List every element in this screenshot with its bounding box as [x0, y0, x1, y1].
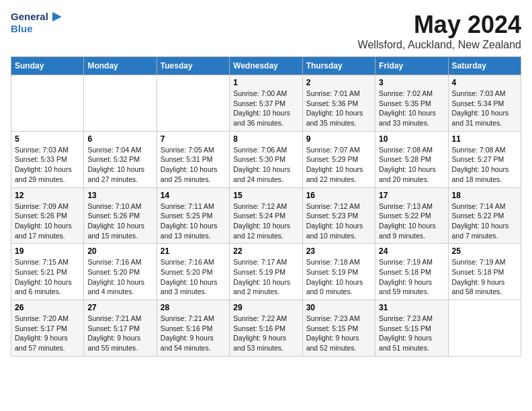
calendar-week-row: 26Sunrise: 7:20 AM Sunset: 5:17 PM Dayli…: [11, 300, 521, 357]
calendar-subtitle: Wellsford, Auckland, New Zealand: [358, 39, 521, 51]
day-number: 3: [379, 78, 444, 87]
calendar-cell: 17Sunrise: 7:13 AM Sunset: 5:22 PM Dayli…: [375, 187, 448, 244]
day-number: 6: [87, 134, 152, 144]
calendar-cell: 6Sunrise: 7:04 AM Sunset: 5:32 PM Daylig…: [84, 131, 157, 187]
calendar-cell: 3Sunrise: 7:02 AM Sunset: 5:35 PM Daylig…: [375, 75, 448, 132]
calendar-cell: 14Sunrise: 7:11 AM Sunset: 5:25 PM Dayli…: [157, 187, 229, 244]
day-number: 4: [452, 78, 517, 87]
calendar-cell: 24Sunrise: 7:19 AM Sunset: 5:18 PM Dayli…: [375, 244, 448, 300]
day-info: Sunrise: 7:04 AM Sunset: 5:32 PM Dayligh…: [87, 145, 152, 185]
calendar-cell: 15Sunrise: 7:12 AM Sunset: 5:24 PM Dayli…: [230, 187, 302, 244]
calendar-cell: 11Sunrise: 7:08 AM Sunset: 5:27 PM Dayli…: [448, 131, 521, 187]
weekday-header-tuesday: Tuesday: [157, 57, 229, 75]
calendar-cell: 18Sunrise: 7:14 AM Sunset: 5:22 PM Dayli…: [448, 187, 521, 244]
day-info: Sunrise: 7:12 AM Sunset: 5:24 PM Dayligh…: [233, 201, 298, 241]
logo-text: General Blue: [11, 11, 62, 34]
page-header: General Blue May 2024 Wellsford, Aucklan…: [11, 11, 521, 51]
day-number: 22: [233, 246, 298, 256]
weekday-header-monday: Monday: [84, 57, 157, 75]
day-info: Sunrise: 7:23 AM Sunset: 5:15 PM Dayligh…: [306, 314, 371, 353]
calendar-cell: 16Sunrise: 7:12 AM Sunset: 5:23 PM Dayli…: [302, 187, 375, 244]
calendar-cell: 10Sunrise: 7:08 AM Sunset: 5:28 PM Dayli…: [375, 131, 448, 187]
weekday-header-friday: Friday: [375, 57, 448, 75]
day-info: Sunrise: 7:08 AM Sunset: 5:27 PM Dayligh…: [452, 145, 517, 185]
day-number: 2: [306, 78, 371, 87]
day-info: Sunrise: 7:11 AM Sunset: 5:25 PM Dayligh…: [161, 201, 226, 241]
day-number: 5: [15, 134, 80, 144]
day-number: 12: [15, 191, 80, 200]
calendar-cell: 28Sunrise: 7:21 AM Sunset: 5:16 PM Dayli…: [157, 300, 229, 357]
logo-arrow-icon: [50, 11, 62, 23]
calendar-cell: 13Sunrise: 7:10 AM Sunset: 5:26 PM Dayli…: [84, 187, 157, 244]
calendar-cell: 31Sunrise: 7:23 AM Sunset: 5:15 PM Dayli…: [375, 300, 448, 357]
day-number: 21: [161, 246, 226, 256]
day-number: 26: [15, 303, 80, 312]
calendar-cell: 8Sunrise: 7:06 AM Sunset: 5:30 PM Daylig…: [230, 131, 302, 187]
day-number: 27: [87, 303, 152, 312]
calendar-week-row: 5Sunrise: 7:03 AM Sunset: 5:33 PM Daylig…: [11, 131, 521, 187]
day-number: 1: [233, 78, 298, 87]
day-info: Sunrise: 7:23 AM Sunset: 5:15 PM Dayligh…: [379, 314, 444, 353]
day-number: 7: [161, 134, 226, 144]
day-number: 24: [379, 246, 444, 256]
calendar-cell: 27Sunrise: 7:21 AM Sunset: 5:17 PM Dayli…: [84, 300, 157, 357]
day-info: Sunrise: 7:21 AM Sunset: 5:17 PM Dayligh…: [87, 314, 152, 353]
calendar-cell: 12Sunrise: 7:09 AM Sunset: 5:26 PM Dayli…: [11, 187, 84, 244]
calendar-cell: 30Sunrise: 7:23 AM Sunset: 5:15 PM Dayli…: [302, 300, 375, 357]
calendar-cell: 1Sunrise: 7:00 AM Sunset: 5:37 PM Daylig…: [230, 75, 302, 132]
day-number: 31: [379, 303, 444, 312]
day-info: Sunrise: 7:06 AM Sunset: 5:30 PM Dayligh…: [233, 145, 298, 185]
calendar-cell: 20Sunrise: 7:16 AM Sunset: 5:20 PM Dayli…: [84, 244, 157, 300]
calendar-table: SundayMondayTuesdayWednesdayThursdayFrid…: [11, 56, 521, 357]
day-info: Sunrise: 7:20 AM Sunset: 5:17 PM Dayligh…: [15, 314, 80, 353]
calendar-cell: 7Sunrise: 7:05 AM Sunset: 5:31 PM Daylig…: [157, 131, 229, 187]
day-number: 30: [306, 303, 371, 312]
calendar-cell: 25Sunrise: 7:19 AM Sunset: 5:18 PM Dayli…: [448, 244, 521, 300]
day-info: Sunrise: 7:00 AM Sunset: 5:37 PM Dayligh…: [233, 89, 298, 128]
calendar-cell: 5Sunrise: 7:03 AM Sunset: 5:33 PM Daylig…: [11, 131, 84, 187]
day-info: Sunrise: 7:21 AM Sunset: 5:16 PM Dayligh…: [161, 314, 226, 353]
calendar-cell: 4Sunrise: 7:03 AM Sunset: 5:34 PM Daylig…: [448, 75, 521, 132]
day-info: Sunrise: 7:08 AM Sunset: 5:28 PM Dayligh…: [379, 145, 444, 185]
day-number: 10: [379, 134, 444, 144]
calendar-cell: 23Sunrise: 7:18 AM Sunset: 5:19 PM Dayli…: [302, 244, 375, 300]
day-number: 25: [452, 246, 517, 256]
day-number: 8: [233, 134, 298, 144]
day-info: Sunrise: 7:16 AM Sunset: 5:20 PM Dayligh…: [87, 257, 152, 297]
day-number: 15: [233, 191, 298, 200]
calendar-week-row: 19Sunrise: 7:15 AM Sunset: 5:21 PM Dayli…: [11, 244, 521, 300]
day-info: Sunrise: 7:12 AM Sunset: 5:23 PM Dayligh…: [306, 201, 371, 241]
day-info: Sunrise: 7:15 AM Sunset: 5:21 PM Dayligh…: [15, 257, 80, 297]
day-info: Sunrise: 7:17 AM Sunset: 5:19 PM Dayligh…: [233, 257, 298, 297]
calendar-cell: 2Sunrise: 7:01 AM Sunset: 5:36 PM Daylig…: [302, 75, 375, 132]
calendar-week-row: 12Sunrise: 7:09 AM Sunset: 5:26 PM Dayli…: [11, 187, 521, 244]
day-info: Sunrise: 7:16 AM Sunset: 5:20 PM Dayligh…: [161, 257, 226, 297]
weekday-header-sunday: Sunday: [11, 57, 84, 75]
title-block: May 2024 Wellsford, Auckland, New Zealan…: [358, 11, 521, 51]
calendar-cell: [157, 75, 229, 132]
calendar-cell: 19Sunrise: 7:15 AM Sunset: 5:21 PM Dayli…: [11, 244, 84, 300]
weekday-header-wednesday: Wednesday: [230, 57, 302, 75]
day-number: 28: [161, 303, 226, 312]
day-info: Sunrise: 7:13 AM Sunset: 5:22 PM Dayligh…: [379, 201, 444, 241]
calendar-cell: 21Sunrise: 7:16 AM Sunset: 5:20 PM Dayli…: [157, 244, 229, 300]
day-info: Sunrise: 7:03 AM Sunset: 5:33 PM Dayligh…: [15, 145, 80, 185]
day-number: 9: [306, 134, 371, 144]
day-info: Sunrise: 7:10 AM Sunset: 5:26 PM Dayligh…: [87, 201, 152, 241]
weekday-header-row: SundayMondayTuesdayWednesdayThursdayFrid…: [11, 57, 521, 75]
calendar-cell: 22Sunrise: 7:17 AM Sunset: 5:19 PM Dayli…: [230, 244, 302, 300]
calendar-cell: [448, 300, 521, 357]
day-number: 13: [87, 191, 152, 200]
day-info: Sunrise: 7:07 AM Sunset: 5:29 PM Dayligh…: [306, 145, 371, 185]
weekday-header-saturday: Saturday: [448, 57, 521, 75]
calendar-week-row: 1Sunrise: 7:00 AM Sunset: 5:37 PM Daylig…: [11, 75, 521, 132]
day-info: Sunrise: 7:18 AM Sunset: 5:19 PM Dayligh…: [306, 257, 371, 297]
day-info: Sunrise: 7:19 AM Sunset: 5:18 PM Dayligh…: [452, 257, 517, 297]
day-number: 17: [379, 191, 444, 200]
day-info: Sunrise: 7:22 AM Sunset: 5:16 PM Dayligh…: [233, 314, 298, 353]
calendar-cell: 26Sunrise: 7:20 AM Sunset: 5:17 PM Dayli…: [11, 300, 84, 357]
svg-marker-0: [52, 12, 62, 21]
day-number: 19: [15, 246, 80, 256]
calendar-cell: 9Sunrise: 7:07 AM Sunset: 5:29 PM Daylig…: [302, 131, 375, 187]
day-number: 29: [233, 303, 298, 312]
